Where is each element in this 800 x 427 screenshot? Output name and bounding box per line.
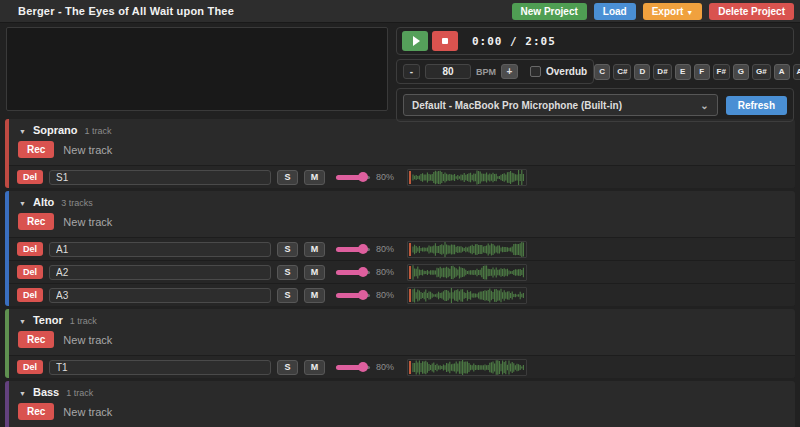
- section-name: Tenor: [33, 314, 63, 326]
- bpm-increase-button[interactable]: +: [501, 64, 518, 79]
- play-button[interactable]: [402, 31, 428, 51]
- caret-down-icon: ▼: [686, 9, 693, 16]
- note-button-gsharp[interactable]: G#: [752, 64, 771, 80]
- new-project-button[interactable]: New Project: [512, 3, 587, 20]
- solo-button[interactable]: S: [277, 288, 298, 303]
- waveform-display[interactable]: [407, 241, 527, 258]
- track-list: Del S M 80%: [9, 355, 795, 378]
- volume-slider[interactable]: [336, 170, 370, 184]
- solo-button[interactable]: S: [277, 170, 298, 185]
- section-name: Alto: [33, 196, 54, 208]
- waveform-display[interactable]: [407, 287, 527, 304]
- delete-track-button[interactable]: Del: [17, 360, 43, 374]
- slider-handle[interactable]: [358, 244, 368, 254]
- slider-handle[interactable]: [358, 362, 368, 372]
- note-button-asharp[interactable]: A#: [793, 64, 800, 80]
- tempo-panel: - BPM + Overdub: [396, 59, 594, 84]
- voice-section: ▼ Alto 3 tracks Rec Del S M 80% Del S M: [5, 191, 795, 306]
- note-button-e[interactable]: E: [675, 64, 691, 80]
- note-button-f[interactable]: F: [694, 64, 710, 80]
- slider-handle[interactable]: [358, 290, 368, 300]
- mute-button[interactable]: M: [304, 288, 325, 303]
- export-button[interactable]: Export▼: [643, 3, 703, 20]
- waveform-display[interactable]: [407, 359, 527, 376]
- record-button[interactable]: Rec: [18, 331, 54, 348]
- note-button-a[interactable]: A: [774, 64, 790, 80]
- delete-track-button[interactable]: Del: [17, 288, 43, 302]
- audio-input-value: Default - MacBook Pro Microphone (Built-…: [412, 100, 622, 111]
- slider-handle[interactable]: [358, 267, 368, 277]
- waveform-display[interactable]: [407, 264, 527, 281]
- visualization-canvas: [6, 27, 388, 111]
- record-button[interactable]: Rec: [18, 141, 54, 158]
- playhead: [409, 289, 411, 302]
- section-track-count: 1 track: [85, 126, 112, 136]
- track-row: Del S M 80%: [9, 283, 795, 306]
- track-list: Del S M 80% Del S M 80% Del: [9, 237, 795, 306]
- header-area: 0:00 / 2:05 - BPM + Overdub CC#DD#EFF#GG…: [0, 23, 800, 115]
- section-name: Soprano: [33, 124, 78, 136]
- voice-section: ▼ Tenor 1 track Rec Del S M 80%: [5, 309, 795, 378]
- waveform-display[interactable]: [407, 169, 527, 186]
- section-header[interactable]: ▼ Soprano 1 track: [9, 119, 795, 139]
- stop-button[interactable]: [432, 31, 458, 51]
- solo-button[interactable]: S: [277, 265, 298, 280]
- section-name: Bass: [33, 386, 59, 398]
- overdub-checkbox[interactable]: [530, 66, 541, 77]
- playhead: [409, 171, 411, 184]
- controls-column: 0:00 / 2:05 - BPM + Overdub CC#DD#EFF#GG…: [396, 27, 794, 111]
- track-name-input[interactable]: [49, 242, 271, 257]
- volume-slider[interactable]: [336, 242, 370, 256]
- mute-button[interactable]: M: [304, 265, 325, 280]
- delete-project-button[interactable]: Delete Project: [709, 3, 794, 20]
- solo-button[interactable]: S: [277, 242, 298, 257]
- delete-track-button[interactable]: Del: [17, 265, 43, 279]
- note-button-g[interactable]: G: [733, 64, 749, 80]
- volume-slider[interactable]: [336, 288, 370, 302]
- new-track-input[interactable]: [63, 216, 263, 228]
- volume-label: 80%: [376, 244, 401, 254]
- delete-track-button[interactable]: Del: [17, 170, 43, 184]
- note-button-csharp[interactable]: C#: [613, 64, 631, 80]
- record-button[interactable]: Rec: [18, 403, 54, 420]
- note-button-d[interactable]: D: [634, 64, 650, 80]
- time-display: 0:00 / 2:05: [472, 35, 556, 48]
- section-header[interactable]: ▼ Alto 3 tracks: [9, 191, 795, 211]
- mute-button[interactable]: M: [304, 242, 325, 257]
- solo-button[interactable]: S: [277, 360, 298, 375]
- new-track-input[interactable]: [63, 334, 263, 346]
- track-name-input[interactable]: [49, 170, 271, 185]
- slider-handle[interactable]: [358, 172, 368, 182]
- section-header[interactable]: ▼ Bass 1 track: [9, 381, 795, 401]
- track-row: Del S M 80%: [9, 355, 795, 378]
- track-name-input[interactable]: [49, 288, 271, 303]
- tempo-and-notes-row: - BPM + Overdub CC#DD#EFF#GG#AA#B: [396, 59, 794, 84]
- load-button[interactable]: Load: [594, 3, 636, 20]
- section-track-count: 1 track: [70, 316, 97, 326]
- track-sections: ▼ Soprano 1 track Rec Del S M 80% ▼ Alto…: [0, 115, 800, 427]
- bpm-input[interactable]: [425, 64, 471, 79]
- volume-slider[interactable]: [336, 360, 370, 374]
- transport-panel: 0:00 / 2:05: [396, 27, 794, 55]
- delete-track-button[interactable]: Del: [17, 242, 43, 256]
- record-button[interactable]: Rec: [18, 213, 54, 230]
- section-header[interactable]: ▼ Tenor 1 track: [9, 309, 795, 329]
- note-button-c[interactable]: C: [594, 64, 610, 80]
- new-track-input[interactable]: [63, 144, 263, 156]
- mute-button[interactable]: M: [304, 360, 325, 375]
- track-row: Del S M 80%: [9, 260, 795, 283]
- note-button-fsharp[interactable]: F#: [713, 64, 730, 80]
- top-bar: Berger - The Eyes of All Wait upon Thee …: [0, 0, 800, 23]
- mute-button[interactable]: M: [304, 170, 325, 185]
- note-button-dsharp[interactable]: D#: [653, 64, 671, 80]
- track-name-input[interactable]: [49, 360, 271, 375]
- audio-input-select[interactable]: Default - MacBook Pro Microphone (Built-…: [403, 94, 718, 116]
- audio-input-panel: Default - MacBook Pro Microphone (Built-…: [396, 88, 794, 122]
- export-label: Export: [652, 6, 684, 17]
- volume-slider[interactable]: [336, 265, 370, 279]
- bpm-decrease-button[interactable]: -: [403, 64, 420, 79]
- refresh-button[interactable]: Refresh: [726, 96, 787, 115]
- track-name-input[interactable]: [49, 265, 271, 280]
- new-track-input[interactable]: [63, 406, 263, 418]
- waveform-svg: [412, 288, 524, 303]
